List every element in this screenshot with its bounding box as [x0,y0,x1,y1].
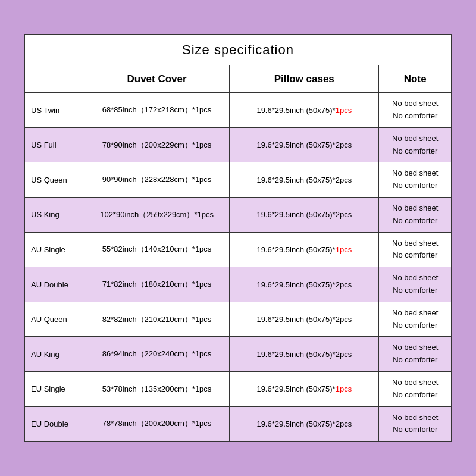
cell-duvet: 82*82inch（210x210cm）*1pcs [84,302,230,337]
cell-size: US Queen [24,162,84,198]
table-row: AU Double71*82inch（180x210cm）*1pcs19.6*2… [24,267,452,302]
cell-pillow: 19.6*29.5inch (50x75)*1pcs [230,232,379,267]
cell-size: US Full [24,127,84,162]
cell-note: No bed sheetNo comforter [379,127,452,162]
cell-note: No bed sheetNo comforter [379,162,452,198]
table-row: AU King86*94inch（220x240cm）*1pcs19.6*29.… [24,337,452,372]
header-size [24,65,84,93]
cell-duvet: 71*82inch（180x210cm）*1pcs [84,267,230,302]
cell-pillow: 19.6*29.5inch (50x75)*2pcs [230,198,379,233]
table-row: AU Single55*82inch（140x210cm）*1pcs19.6*2… [24,232,452,267]
cell-duvet: 78*78inch（200x200cm）*1pcs [84,406,230,441]
cell-size: EU Double [24,406,84,441]
cell-duvet: 68*85inch（172x218cm）*1pcs [84,93,230,128]
cell-size: AU Double [24,267,84,302]
cell-pillow: 19.6*29.5inch (50x75)*2pcs [230,162,379,198]
cell-size: AU King [24,337,84,372]
table-row: AU Queen82*82inch（210x210cm）*1pcs19.6*29… [24,302,452,337]
page-container: Size specification Duvet Cover Pillow ca… [12,22,464,454]
cell-size: US Twin [24,93,84,128]
header-note: Note [379,65,452,93]
cell-pillow: 19.6*29.5inch (50x75)*2pcs [230,337,379,372]
cell-duvet: 55*82inch（140x210cm）*1pcs [84,232,230,267]
cell-duvet: 90*90inch（228x228cm）*1pcs [84,162,230,198]
table-row: EU Double78*78inch（200x200cm）*1pcs19.6*2… [24,406,452,441]
cell-pillow: 19.6*29.5inch (50x75)*1pcs [230,93,379,128]
size-specification-table: Size specification Duvet Cover Pillow ca… [24,34,452,442]
cell-note: No bed sheetNo comforter [379,232,452,267]
cell-duvet: 86*94inch（220x240cm）*1pcs [84,337,230,372]
cell-note: No bed sheetNo comforter [379,406,452,441]
cell-note: No bed sheetNo comforter [379,372,452,407]
cell-pillow: 19.6*29.5inch (50x75)*1pcs [230,372,379,407]
table-row: US Full78*90inch（200x229cm）*1pcs19.6*29.… [24,127,452,162]
table-row: EU Single53*78inch（135x200cm）*1pcs19.6*2… [24,372,452,407]
header-duvet: Duvet Cover [84,65,230,93]
table-title: Size specification [24,35,452,65]
cell-note: No bed sheetNo comforter [379,93,452,128]
cell-size: EU Single [24,372,84,407]
cell-size: US King [24,198,84,233]
cell-pillow: 19.6*29.5inch (50x75)*2pcs [230,302,379,337]
cell-pillow: 19.6*29.5inch (50x75)*2pcs [230,267,379,302]
cell-duvet: 78*90inch（200x229cm）*1pcs [84,127,230,162]
table-header-row: Duvet Cover Pillow cases Note [24,65,452,93]
cell-note: No bed sheetNo comforter [379,337,452,372]
cell-note: No bed sheetNo comforter [379,302,452,337]
table-row: US King102*90inch（259x229cm）*1pcs19.6*29… [24,198,452,233]
cell-size: AU Queen [24,302,84,337]
cell-pillow: 19.6*29.5inch (50x75)*2pcs [230,127,379,162]
cell-note: No bed sheetNo comforter [379,267,452,302]
cell-duvet: 102*90inch（259x229cm）*1pcs [84,198,230,233]
cell-pillow: 19.6*29.5inch (50x75)*2pcs [230,406,379,441]
header-pillow: Pillow cases [230,65,379,93]
cell-duvet: 53*78inch（135x200cm）*1pcs [84,372,230,407]
cell-size: AU Single [24,232,84,267]
table-row: US Queen90*90inch（228x228cm）*1pcs19.6*29… [24,162,452,198]
cell-note: No bed sheetNo comforter [379,198,452,233]
table-row: US Twin68*85inch（172x218cm）*1pcs19.6*29.… [24,93,452,128]
table-title-row: Size specification [24,35,452,65]
